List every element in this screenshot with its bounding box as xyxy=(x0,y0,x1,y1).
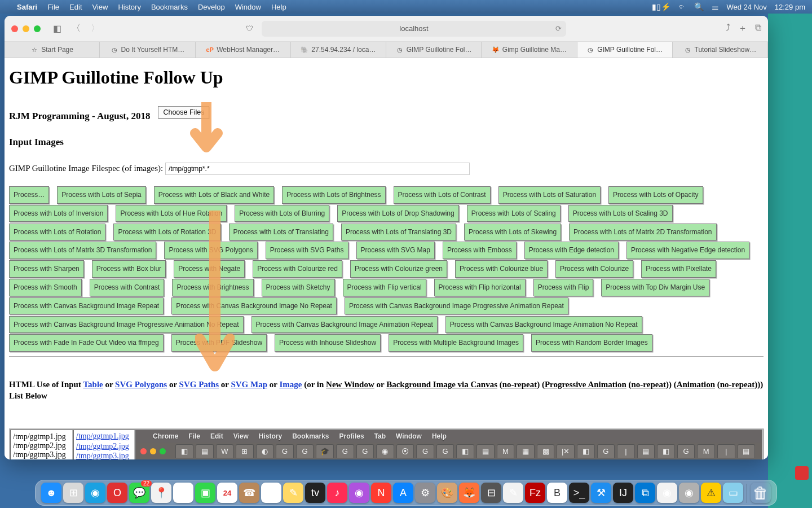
choose-files-button[interactable]: Choose Files xyxy=(158,106,209,119)
process-button[interactable]: Process with Lots of Black and White xyxy=(154,186,274,204)
dock-app-facetime[interactable]: ▣ xyxy=(195,483,215,503)
browser-tab[interactable]: 🦊Gimp Guillotine Ma… xyxy=(482,42,577,58)
menu-help[interactable]: Help xyxy=(271,3,286,11)
link-image[interactable]: Image xyxy=(279,380,302,389)
link-svg-map[interactable]: SVG Map xyxy=(231,380,267,389)
link-new-window[interactable]: New Window xyxy=(326,380,374,389)
dock-app-messages[interactable]: 💬 xyxy=(129,483,149,503)
browser-tab[interactable]: ◷GIMP Guillotine Fol… xyxy=(386,42,482,58)
menu-develop[interactable]: Develop xyxy=(198,3,225,11)
process-button[interactable]: Process with Emboss xyxy=(443,242,517,259)
link-table[interactable]: Table xyxy=(83,380,103,389)
process-button[interactable]: Process… xyxy=(9,186,49,204)
dock-app-reminders[interactable]: ≣ xyxy=(261,483,281,503)
process-button[interactable]: Process with Lots of Blurring xyxy=(235,205,329,222)
process-button[interactable]: Process with Lots of Scaling xyxy=(467,205,561,222)
back-button-icon[interactable]: 〈 xyxy=(69,21,83,36)
link-svg-paths[interactable]: SVG Paths xyxy=(179,380,219,389)
process-button[interactable]: Process with Lots of Hue Rotation xyxy=(116,205,227,222)
file-path-link[interactable]: /tmp/ggtmp3.jpg xyxy=(76,451,132,459)
menu-edit[interactable]: Edit xyxy=(69,3,82,11)
browser-tab[interactable]: cPWebHost Manager… xyxy=(196,42,291,58)
minimize-window-button[interactable] xyxy=(23,25,29,32)
browser-tab[interactable]: ◷Do It Yourself HTM… xyxy=(100,42,195,58)
dock-app-chrome[interactable]: ◉ xyxy=(657,483,677,503)
control-center-icon[interactable]: ⚌ xyxy=(712,2,719,11)
privacy-shield-icon[interactable]: 🛡 xyxy=(246,24,253,33)
link-no-repeat-1[interactable]: no-repeat xyxy=(502,380,537,389)
spotlight-icon[interactable]: 🔍 xyxy=(694,2,704,11)
process-button[interactable]: Process with Contrast xyxy=(90,279,165,296)
share-icon[interactable]: ⤴ xyxy=(726,23,730,34)
process-button[interactable]: Process with Brightness xyxy=(172,279,253,296)
dock-app-maps[interactable]: 📍 xyxy=(151,483,171,503)
dock-app-contacts[interactable]: ☎ xyxy=(239,483,259,503)
process-button[interactable]: Process with Colourize green xyxy=(350,260,447,278)
dock-app-chrome2[interactable]: ◉ xyxy=(679,483,699,503)
process-button[interactable]: Process with Colourize blue xyxy=(455,260,548,278)
menubar-date[interactable]: Wed 24 Nov xyxy=(727,3,767,11)
dock-app-intellij[interactable]: IJ xyxy=(613,483,633,503)
dock-app-news[interactable]: N xyxy=(371,483,391,503)
menu-view[interactable]: View xyxy=(92,3,108,11)
dock-trash[interactable]: 🗑 xyxy=(751,483,771,503)
dock-app-brackets[interactable]: B xyxy=(547,483,567,503)
process-button[interactable]: Process with Lots of Drop Shadowing xyxy=(337,205,458,222)
dock-app-paint[interactable]: 🎨 xyxy=(437,483,457,503)
link-no-repeat-3[interactable]: no-repeat xyxy=(720,380,754,389)
process-button[interactable]: Process with Lots of Contrast xyxy=(394,186,491,204)
process-button[interactable]: Process with SVG Polygons xyxy=(164,242,257,259)
close-window-button[interactable] xyxy=(11,25,18,32)
dock-app-warn[interactable]: ⚠ xyxy=(701,483,721,503)
process-button[interactable]: Process with Smooth xyxy=(9,279,82,296)
process-button[interactable]: Process with Canvas Background Image Ani… xyxy=(251,316,438,334)
process-button[interactable]: Process with Canvas Background Image No … xyxy=(171,297,337,315)
process-button[interactable]: Process with Lots of Rotation 3D xyxy=(113,224,220,241)
dock-app-filezilla[interactable]: Fz xyxy=(525,483,545,503)
link-animation[interactable]: Animation xyxy=(677,380,715,389)
dock-app-xcode[interactable]: ⚒ xyxy=(591,483,611,503)
dock-app-terminal[interactable]: >_ xyxy=(569,483,589,503)
process-button[interactable]: Process with Lots of Translating 3D xyxy=(341,224,456,241)
process-button[interactable]: Process with Random Border Images xyxy=(531,334,652,352)
link-no-repeat-2[interactable]: no-repeat xyxy=(632,380,666,389)
dock-app-safari[interactable]: ◉ xyxy=(85,483,105,503)
fullscreen-window-button[interactable] xyxy=(34,25,41,32)
process-button[interactable]: Process with Multiple Background Images xyxy=(389,334,523,352)
browser-tab[interactable]: 🐘27.54.94.234 / loca… xyxy=(291,42,386,58)
new-tab-icon[interactable]: ＋ xyxy=(738,23,747,34)
menu-history[interactable]: History xyxy=(118,3,140,11)
process-button[interactable]: Process with Lots of Sepia xyxy=(57,186,145,204)
process-button[interactable]: Process with Lots of Scaling 3D xyxy=(568,205,673,222)
process-button[interactable]: Process with Flip xyxy=(533,279,594,296)
dock-app-photos[interactable]: ✿ xyxy=(173,483,193,503)
process-button[interactable]: Process with Lots of Matrix 3D Transform… xyxy=(9,242,156,259)
file-path-link[interactable]: /tmp/ggtmp2.jpg xyxy=(76,441,132,452)
dock-app-vscode[interactable]: ⧉ xyxy=(635,483,655,503)
process-button[interactable]: Process with Lots of Brightness xyxy=(282,186,385,204)
dock-app-music[interactable]: ♪ xyxy=(327,483,347,503)
process-button[interactable]: Process with Canvas Background Image Rep… xyxy=(9,297,164,315)
dock-app-textedit[interactable]: ✎ xyxy=(503,483,523,503)
dock-app-calendar[interactable]: 24 xyxy=(217,483,237,503)
process-button[interactable]: Process with Colourize xyxy=(555,260,633,278)
process-button[interactable]: Process with Sharpen xyxy=(9,260,84,278)
process-button[interactable]: Process with Canvas Background Image Pro… xyxy=(9,316,244,334)
process-button[interactable]: Process with Fade In Fade Out Video via … xyxy=(9,334,164,352)
process-button[interactable]: Process with Flip horizontal xyxy=(434,279,526,296)
process-button[interactable]: Process with Pixellate xyxy=(641,260,716,278)
process-button[interactable]: Process with Inhouse Slideshow xyxy=(275,334,381,352)
browser-tab[interactable]: ☆Start Page xyxy=(5,42,100,58)
process-button[interactable]: Process with Box blur xyxy=(92,260,166,278)
address-bar[interactable]: 🛡 localhost ⟳ xyxy=(262,21,566,37)
battery-icon[interactable]: ▮▯⚡ xyxy=(652,2,670,11)
process-button[interactable]: Process with Negate xyxy=(174,260,245,278)
tab-overview-icon[interactable]: ⧉ xyxy=(755,23,761,34)
dock-app-podcasts[interactable]: ◉ xyxy=(349,483,369,503)
reload-icon[interactable]: ⟳ xyxy=(555,24,562,33)
dock-app-stickies[interactable]: ▭ xyxy=(723,483,743,503)
dock-app-notes[interactable]: ✎ xyxy=(283,483,303,503)
menu-window[interactable]: Window xyxy=(235,3,261,11)
process-button[interactable]: Process with Lots of Translating xyxy=(229,224,333,241)
dock-app-tv[interactable]: tv xyxy=(305,483,325,503)
